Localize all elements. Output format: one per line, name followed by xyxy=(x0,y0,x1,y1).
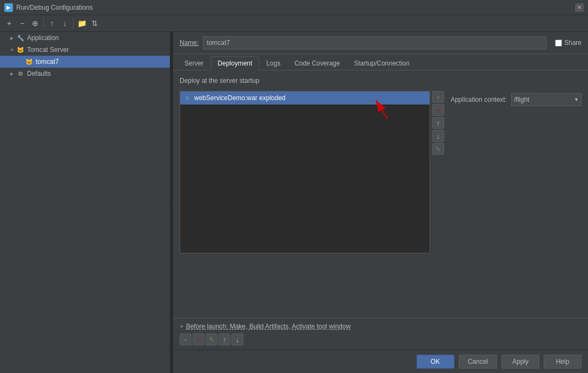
window-controls: ✕ xyxy=(575,3,584,12)
name-label: Name: xyxy=(180,39,199,47)
application-icon: 🔧 xyxy=(16,34,25,42)
context-value: /flight xyxy=(514,96,530,103)
folder-button[interactable]: 📁 xyxy=(76,17,88,29)
move-down-button[interactable]: ↓ xyxy=(59,17,71,29)
down-before-launch-button[interactable]: ↓ xyxy=(232,333,243,345)
expand-arrow: ▶ xyxy=(9,70,15,77)
context-section: Application context: /flight ▼ xyxy=(451,91,582,106)
tab-code-coverage[interactable]: Code Coverage xyxy=(287,56,347,70)
sidebar-item-label: Defaults xyxy=(27,70,51,77)
tomcat-server-icon: 🐱 xyxy=(16,45,25,54)
move-up-artifact-button[interactable]: ↑ xyxy=(432,117,444,129)
deploy-item[interactable]: ⚙ webServiceDemo:war exploded xyxy=(180,91,430,104)
close-button[interactable]: ✕ xyxy=(575,3,584,12)
toolbar-separator xyxy=(43,18,44,29)
cancel-button[interactable]: Cancel xyxy=(459,355,497,369)
remove-before-launch-button[interactable]: − xyxy=(193,333,204,345)
deploy-list[interactable]: ⚙ webServiceDemo:war exploded xyxy=(180,91,430,253)
copy-config-button[interactable]: ⊕ xyxy=(29,17,41,29)
tab-deployment[interactable]: Deployment xyxy=(210,56,259,70)
add-artifact-button[interactable]: + xyxy=(432,91,444,103)
dropdown-arrow-icon: ▼ xyxy=(574,97,579,102)
sidebar-item-label: tomcat7 xyxy=(36,58,59,66)
artifact-icon: ⚙ xyxy=(183,94,191,102)
tab-content-deployment: Deploy at the server startup ⚙ webServic… xyxy=(173,70,588,318)
name-input[interactable] xyxy=(203,36,546,49)
right-panel: Name: Share Server Deployment Logs xyxy=(173,32,588,373)
main-container: + − ⊕ ↑ ↓ 📁 ⇅ ▶ 🔧 Application ▼ 🐱 Tomcat… xyxy=(0,15,588,373)
tomcat7-icon: 🐱 xyxy=(25,57,34,66)
sidebar-item-application[interactable]: ▶ 🔧 Application xyxy=(0,32,170,44)
sidebar-item-defaults[interactable]: ▶ ⚙ Defaults xyxy=(0,68,170,80)
apply-button[interactable]: Apply xyxy=(501,355,539,369)
title-bar: ▶ Run/Debug Configurations ✕ xyxy=(0,0,588,15)
edit-before-launch-button[interactable]: ✎ xyxy=(206,333,217,345)
toolbar: + − ⊕ ↑ ↓ 📁 ⇅ xyxy=(0,15,588,32)
remove-artifact-button[interactable]: − xyxy=(432,104,444,116)
tab-logs[interactable]: Logs xyxy=(259,56,287,70)
expand-arrow: ▶ xyxy=(9,35,15,41)
deploy-at-startup-label: Deploy at the server startup xyxy=(180,77,582,84)
edit-artifact-button[interactable]: ✎ xyxy=(432,143,444,155)
context-row: Application context: /flight ▼ xyxy=(451,91,582,106)
sidebar-item-tomcat7[interactable]: ▶ 🐱 tomcat7 xyxy=(0,56,170,68)
share-row: Share xyxy=(555,39,582,47)
add-before-launch-button[interactable]: + xyxy=(180,333,191,345)
remove-config-button[interactable]: − xyxy=(16,17,28,29)
footer: OK Cancel Apply Help xyxy=(173,350,588,373)
tab-server[interactable]: Server xyxy=(177,56,210,70)
before-launch-arrow-icon: ▼ xyxy=(180,324,184,329)
sidebar-item-label: Application xyxy=(27,34,59,42)
content-area: ▶ 🔧 Application ▼ 🐱 Tomcat Server ▶ 🐱 to… xyxy=(0,32,588,373)
before-launch-toolbar: + − ✎ ↑ ↓ xyxy=(180,333,582,345)
tabs-bar: Server Deployment Logs Code Coverage Sta… xyxy=(173,54,588,70)
deploy-wrapper: ⚙ webServiceDemo:war exploded + − ↑ ↓ ✎ xyxy=(180,91,582,253)
share-checkbox[interactable] xyxy=(555,40,562,47)
name-row: Name: Share xyxy=(173,32,588,54)
app-icon: ▶ xyxy=(4,3,13,12)
resize-handle[interactable] xyxy=(170,32,173,373)
tab-startup-connection[interactable]: Startup/Connection xyxy=(347,56,417,70)
sidebar-item-tomcat-server[interactable]: ▼ 🐱 Tomcat Server xyxy=(0,44,170,56)
context-dropdown[interactable]: /flight ▼ xyxy=(511,93,582,106)
share-label: Share xyxy=(564,39,582,47)
deploy-actions: + − ↑ ↓ ✎ xyxy=(432,91,444,155)
before-launch-header[interactable]: ▼ Before launch: Make, Build Artifacts, … xyxy=(180,323,582,330)
window-title: Run/Debug Configurations xyxy=(16,4,575,11)
expand-arrow: ▼ xyxy=(9,47,15,53)
sort-button[interactable]: ⇅ xyxy=(89,17,101,29)
deploy-item-label: webServiceDemo:war exploded xyxy=(194,94,286,102)
up-before-launch-button[interactable]: ↑ xyxy=(219,333,230,345)
add-config-button[interactable]: + xyxy=(3,17,15,29)
ok-button[interactable]: OK xyxy=(417,355,454,369)
config-tree-panel: ▶ 🔧 Application ▼ 🐱 Tomcat Server ▶ 🐱 to… xyxy=(0,32,170,373)
move-down-artifact-button[interactable]: ↓ xyxy=(432,130,444,142)
defaults-icon: ⚙ xyxy=(16,69,25,78)
context-label: Application context: xyxy=(451,96,507,103)
toolbar-separator-2 xyxy=(73,18,74,29)
before-launch-label: Before launch: Make, Build Artifacts, Ac… xyxy=(186,323,351,330)
deploy-area: ⚙ webServiceDemo:war exploded + − ↑ ↓ ✎ xyxy=(180,91,582,253)
before-launch-section: ▼ Before launch: Make, Build Artifacts, … xyxy=(173,318,588,350)
move-up-button[interactable]: ↑ xyxy=(46,17,58,29)
help-button[interactable]: Help xyxy=(544,355,582,369)
sidebar-item-label: Tomcat Server xyxy=(27,46,69,54)
